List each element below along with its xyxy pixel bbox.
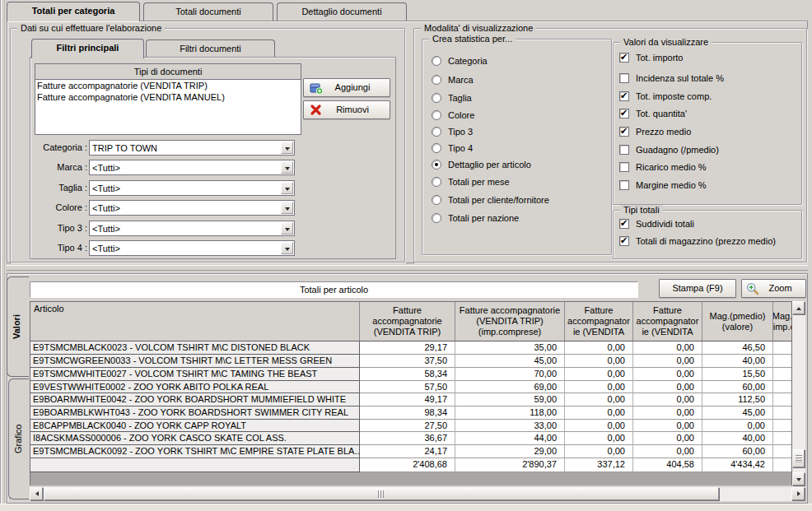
checkbox-guadagno-label[interactable]: Guadagno (/pmedio) — [636, 145, 719, 156]
scroll-left-button[interactable] — [30, 487, 43, 500]
checkbox-ricarico-medio[interactable] — [619, 162, 629, 172]
dropdown-button[interactable] — [281, 222, 293, 235]
checkbox-prezzo-medio[interactable] — [619, 127, 629, 137]
radio-categoria-label[interactable]: Categoria — [448, 56, 488, 67]
table-row[interactable]: E9TSMCMWHITE0027 - VOLCOM TSHIRT M\C TAM… — [30, 368, 791, 381]
totals-types-title: Tipi totali — [620, 205, 663, 216]
cell-value: 98,34 — [360, 406, 455, 420]
checkbox-tot-importo-label[interactable]: Tot. importo — [636, 53, 683, 63]
horizontal-splitter[interactable] — [7, 265, 808, 271]
radio-totali-per-nazione[interactable] — [432, 213, 441, 223]
tipo4-select[interactable]: <Tutti> — [89, 240, 295, 256]
radio-tipo4[interactable] — [432, 143, 441, 153]
cell-article: E9TSMCMBLACK0023 - VOLCOM TSHIRT M\C DIS… — [30, 341, 360, 355]
radio-categoria[interactable] — [432, 56, 441, 66]
checkbox-tot-imposte-label[interactable]: Tot. imposte comp. — [636, 91, 712, 102]
checkbox-totali-magazzino[interactable] — [619, 236, 629, 246]
vertical-scroll-thumb[interactable] — [792, 449, 805, 467]
column-header: Mag. (imp.c — [773, 302, 791, 341]
remove-x-icon — [310, 104, 323, 117]
checkbox-ricarico-medio-label[interactable]: Ricarico medio % — [636, 162, 707, 173]
taglia-select[interactable]: <Tutti> — [89, 180, 295, 196]
checkbox-margine-medio-label[interactable]: Margine medio % — [636, 180, 707, 191]
radio-dettaglio-per-articolo-label[interactable]: Dettaglio per articolo — [448, 160, 531, 170]
display-mode-title: Modalita' di visualizzazione — [421, 23, 536, 34]
tab-filtri-documenti[interactable]: Filtri documenti — [146, 39, 275, 58]
tab-dettaglio-documenti[interactable]: Dettaglio documenti — [277, 2, 407, 21]
checkbox-prezzo-medio-label[interactable]: Prezzo medio — [636, 127, 691, 137]
list-item[interactable]: Fatture accompagnatorie (VENDITA TRIP) — [37, 81, 299, 92]
checkbox-tot-importo[interactable] — [619, 53, 629, 63]
dropdown-button[interactable] — [281, 242, 293, 254]
magnifier-zoom-icon — [746, 282, 759, 295]
cell-value: 59,00 — [455, 393, 565, 406]
table-row[interactable]: E9VESTWWHITE0002 - ZOO YORK ABITO POLKA … — [30, 381, 791, 393]
dropdown-button[interactable] — [281, 202, 293, 214]
dropdown-button[interactable] — [281, 161, 293, 174]
checkbox-totali-magazzino-label[interactable]: Totali di magazzino (prezzo medio) — [636, 236, 776, 247]
list-item[interactable]: Fatture accompagnatorie (VENDITA MANUEL) — [37, 92, 299, 104]
checkbox-tot-quantita[interactable] — [619, 109, 629, 118]
checkbox-incidenza-label[interactable]: Incidenza sul totale % — [636, 73, 724, 84]
radio-colore[interactable] — [432, 110, 441, 120]
tab-valori[interactable]: Valori — [7, 276, 29, 377]
add-button[interactable]: Aggiungi — [303, 78, 390, 97]
radio-totali-per-cliente-fornitore[interactable] — [432, 195, 441, 205]
checkbox-suddividi-totali-label[interactable]: Suddividi totali — [636, 219, 694, 230]
filters-group-title: Dati su cui effettuare l'elaborazione — [17, 23, 165, 34]
checkbox-margine-medio[interactable] — [619, 180, 629, 190]
dropdown-button[interactable] — [281, 142, 293, 154]
table-row[interactable]: E9BOARMBLKWHT043 - ZOO YORK BOARDSHORT S… — [30, 406, 791, 420]
checkbox-guadagno[interactable] — [619, 145, 629, 155]
radio-tipo3[interactable] — [432, 127, 441, 137]
categoria-value: TRIP TO TOWN — [92, 142, 279, 154]
cell-article: I8ACSKMASS000006 - ZOO YORK CASCO SKATE … — [30, 432, 360, 445]
dropdown-button[interactable] — [281, 182, 293, 194]
table-row[interactable]: E9TSMCMBLACK0092 - ZOO YORK TSHIRT M\C E… — [30, 445, 791, 458]
zoom-button[interactable]: Zoom — [741, 279, 806, 298]
horizontal-scrollbar[interactable] — [30, 487, 805, 501]
table-row[interactable]: E9TSMCMBLACK0023 - VOLCOM TSHIRT M\C DIS… — [30, 341, 791, 355]
checkbox-tot-imposte[interactable] — [619, 91, 629, 101]
remove-button[interactable]: Rimuovi — [303, 100, 390, 119]
radio-marca[interactable] — [432, 75, 441, 85]
colore-label: Colore : — [25, 202, 87, 213]
radio-taglia-label[interactable]: Taglia — [448, 93, 472, 104]
scroll-down-button[interactable] — [792, 472, 805, 485]
tipo4-value: <Tutti> — [92, 243, 279, 254]
table-row[interactable]: I8ACSKMASS000006 - ZOO YORK CASCO SKATE … — [30, 432, 791, 445]
radio-tipo3-label[interactable]: Tipo 3 — [448, 127, 473, 137]
table-row[interactable]: E9TSMCWGREEN0033 - VOLCOM TSHIRT M\C LET… — [30, 355, 791, 368]
tab-filtri-principali[interactable]: Filtri principali — [31, 39, 144, 58]
radio-taglia[interactable] — [432, 93, 441, 103]
scroll-right-button[interactable] — [791, 487, 805, 500]
marca-select[interactable]: <Tutti> — [89, 160, 295, 175]
tipo3-label: Tipo 3 : — [25, 223, 87, 234]
checkbox-incidenza[interactable] — [619, 73, 629, 83]
radio-totali-per-mese[interactable] — [432, 177, 441, 187]
radio-colore-label[interactable]: Colore — [448, 110, 474, 121]
radio-dettaglio-per-articolo[interactable] — [432, 160, 441, 170]
vertical-scrollbar[interactable] — [792, 301, 805, 485]
table-row[interactable]: E8CAPPMBLACK0040 - ZOO YORK CAPP ROYALT … — [30, 420, 791, 432]
checkbox-suddividi-totali[interactable] — [619, 219, 629, 229]
radio-totali-per-nazione-label[interactable]: Totali per nazione — [448, 213, 519, 224]
categoria-select[interactable]: TRIP TO TOWN — [89, 140, 295, 156]
radio-tipo4-label[interactable]: Tipo 4 — [448, 143, 473, 154]
cell-value: 45,00 — [455, 355, 565, 368]
colore-select[interactable]: <Tutti> — [89, 200, 295, 216]
table-row[interactable]: E9BOARMWHITE0042 - ZOO YORK BOARDSHORT M… — [30, 393, 791, 406]
radio-totali-per-cliente-fornitore-label[interactable]: Totali per cliente/fornitore — [448, 195, 549, 206]
tipo3-select[interactable]: <Tutti> — [89, 221, 295, 236]
radio-totali-per-mese-label[interactable]: Totali per mese — [448, 177, 510, 188]
scroll-up-button[interactable] — [792, 301, 805, 314]
print-button[interactable]: Stampa (F9) — [659, 279, 736, 298]
tab-grafico[interactable]: Grafico — [8, 379, 29, 499]
doc-types-listbox[interactable]: Tipi di documenti Fatture accompagnatori… — [35, 63, 301, 135]
horizontal-scroll-thumb[interactable] — [44, 487, 719, 500]
cell-value: 27,50 — [360, 420, 455, 432]
checkbox-tot-quantita-label[interactable]: Tot. quantita' — [636, 109, 687, 119]
tab-totali-documenti[interactable]: Totali documenti — [143, 2, 273, 21]
radio-marca-label[interactable]: Marca — [448, 75, 474, 86]
tab-totali-per-categoria[interactable]: Totali per categoria — [7, 2, 140, 21]
